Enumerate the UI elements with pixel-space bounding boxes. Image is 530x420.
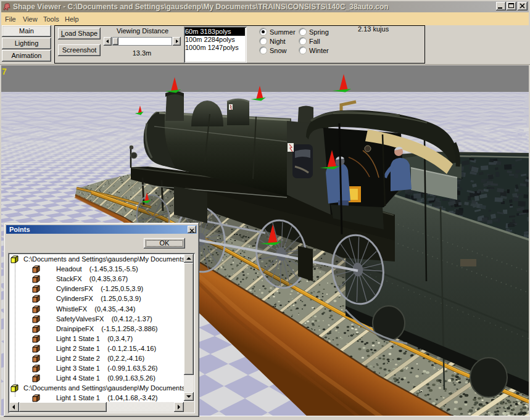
svg-text:7: 7 [2,67,7,76]
